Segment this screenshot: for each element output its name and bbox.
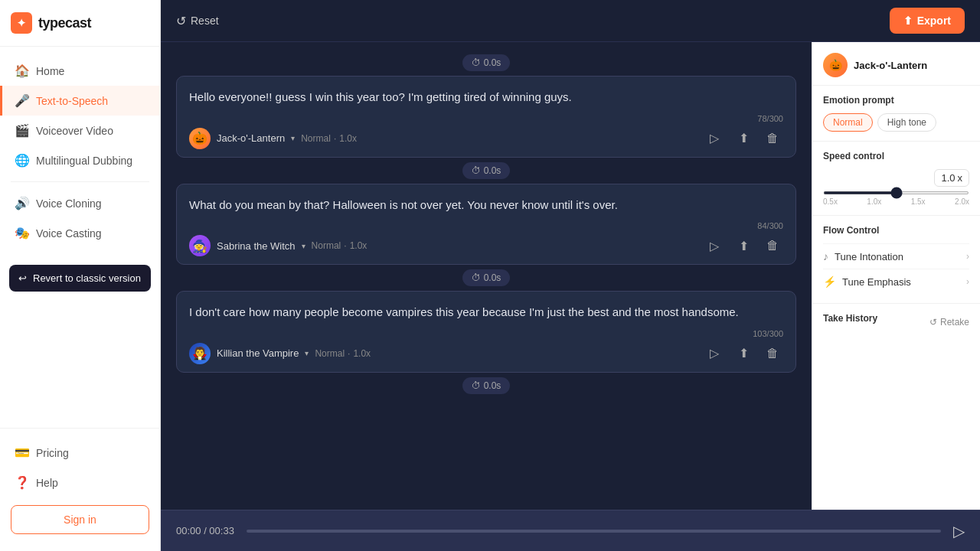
rp-avatar: 🎃 — [823, 53, 848, 77]
sidebar-item-voice-cloning[interactable]: 🔊 Voice Cloning — [0, 188, 160, 218]
voice-speed-2: Normal · 1.0x — [312, 240, 368, 251]
sidebar-item-pricing-label: Pricing — [36, 447, 69, 459]
sidebar-item-dubbing[interactable]: 🌐 Multilingual Dubbing — [0, 145, 160, 175]
revert-classic-button[interactable]: ↩ Revert to classic version — [9, 265, 151, 292]
sidebar-item-voiceover[interactable]: 🎬 Voiceover Video — [0, 116, 160, 145]
player-play-button[interactable]: ▷ — [953, 522, 965, 540]
voice-casting-icon: 🎭 — [15, 226, 28, 240]
player-progress-bar[interactable] — [247, 530, 941, 533]
avatar-1: 🎃 — [189, 128, 211, 149]
char-count-3: 103/300 — [189, 329, 783, 338]
export-label: Export — [917, 15, 951, 27]
dubbing-icon: 🌐 — [15, 153, 28, 168]
revert-label: Revert to classic version — [33, 272, 141, 284]
timing-pill-4[interactable]: ⏱ 0.0s — [462, 377, 511, 394]
home-icon: 🏠 — [15, 64, 28, 78]
script-text-2[interactable]: What do you mean by that? Halloween is n… — [189, 197, 783, 214]
sidebar-item-home-label: Home — [36, 65, 64, 77]
voice-name-3[interactable]: Killian the Vampire — [217, 347, 299, 359]
flow-control-section: Flow Control ♪ Tune Intonation › ⚡ Tune … — [812, 216, 980, 304]
flow-control-label: Flow Control — [823, 225, 969, 236]
player-time: 00:00 / 00:33 — [176, 525, 234, 536]
sidebar-item-voiceover-label: Voiceover Video — [36, 125, 113, 137]
rp-character-name: Jack-o'-Lantern — [854, 60, 927, 71]
timing-value-4: 0.0s — [484, 380, 501, 391]
speed-mid1-label: 1.0x — [867, 197, 881, 206]
play-button-2[interactable]: ▷ — [704, 235, 725, 256]
pricing-icon: 💳 — [15, 445, 28, 460]
script-text-3[interactable]: I don't care how many people become vamp… — [189, 304, 783, 321]
speed-slider[interactable] — [823, 191, 969, 194]
emotion-prompt-label: Emotion prompt — [823, 95, 969, 106]
reset-button[interactable]: ↺ Reset — [176, 14, 219, 28]
voice-info-3: 🧛 Killian the Vampire ▾ Normal · 1.0x — [189, 343, 371, 364]
tune-emphasis-label: Tune Emphasis — [842, 276, 911, 288]
clock-icon-4: ⏱ — [472, 380, 481, 391]
speed-labels: 0.5x 1.0x 1.5x 2.0x — [823, 197, 969, 206]
clock-icon-1: ⏱ — [472, 57, 481, 68]
topbar: ↺ Reset ⬆ Export — [161, 0, 980, 42]
tune-emphasis-item[interactable]: ⚡ Tune Emphasis › — [823, 269, 969, 294]
main-area: ↺ Reset ⬆ Export ⏱ 0.0s Hello everyone!!… — [161, 0, 980, 551]
speed-value-box: 1.0 x — [934, 169, 969, 187]
sidebar-item-tts[interactable]: 🎤 Text-to-Speech — [0, 86, 160, 116]
voice-name-1[interactable]: Jack-o'-Lantern — [217, 132, 285, 144]
sidebar: ✦ typecast 🏠 Home 🎤 Text-to-Speech 🎬 Voi… — [0, 0, 161, 551]
voice-dropdown-3[interactable]: ▾ — [305, 349, 309, 357]
voice-name-2[interactable]: Sabrina the Witch — [217, 240, 296, 252]
player-bar: 00:00 / 00:33 ▷ — [161, 510, 980, 551]
play-button-1[interactable]: ▷ — [704, 128, 725, 149]
avatar-2: 🧙 — [189, 235, 211, 256]
sign-in-button[interactable]: Sign in — [11, 505, 149, 534]
tune-intonation-chevron: › — [966, 251, 969, 262]
timing-badge-1: ⏱ 0.0s — [176, 50, 796, 76]
delete-button-2[interactable]: 🗑 — [762, 235, 783, 256]
speed-value-row: 1.0 x — [823, 169, 969, 187]
voice-speed-1: Normal · 1.0x — [301, 133, 357, 144]
emotion-high-tone-pill[interactable]: High tone — [877, 113, 936, 132]
timing-pill-1[interactable]: ⏱ 0.0s — [462, 54, 511, 71]
logo-icon: ✦ — [11, 12, 32, 34]
tune-intonation-item[interactable]: ♪ Tune Intonation › — [823, 243, 969, 269]
tts-icon: 🎤 — [15, 93, 28, 108]
speed-max-label: 2.0x — [955, 197, 969, 206]
sidebar-item-pricing[interactable]: 💳 Pricing — [0, 438, 160, 468]
clock-icon-3: ⏱ — [472, 272, 481, 283]
delete-button-3[interactable]: 🗑 — [762, 343, 783, 364]
voice-info-1: 🎃 Jack-o'-Lantern ▾ Normal · 1.0x — [189, 128, 357, 149]
right-panel: 🎃 Jack-o'-Lantern Emotion prompt Normal … — [812, 42, 980, 510]
emotion-normal-pill[interactable]: Normal — [823, 113, 873, 132]
emotion-pills: Normal High tone — [823, 113, 969, 132]
voice-dropdown-1[interactable]: ▾ — [291, 134, 295, 142]
speed-value: 1.0 — [941, 172, 955, 184]
sidebar-bottom: 💳 Pricing ❓ Help Sign in — [0, 428, 160, 551]
script-area: ⏱ 0.0s Hello everyone!! guess I win this… — [161, 42, 812, 510]
reset-icon: ↺ — [176, 14, 186, 28]
delete-button-1[interactable]: 🗑 — [762, 128, 783, 149]
voice-dropdown-2[interactable]: ▾ — [302, 242, 305, 250]
take-history-label: Take History — [823, 313, 877, 324]
export-button[interactable]: ⬆ Export — [890, 8, 965, 34]
timing-value-3: 0.0s — [484, 272, 501, 283]
logo-area: ✦ typecast — [0, 0, 160, 47]
tune-intonation-left: ♪ Tune Intonation — [823, 250, 903, 262]
retake-button[interactable]: ↺ Retake — [929, 317, 969, 328]
timing-pill-3[interactable]: ⏱ 0.0s — [462, 269, 511, 286]
card-actions-1: ▷ ⬆ 🗑 — [704, 128, 783, 149]
timing-badge-2: ⏱ 0.0s — [176, 158, 796, 184]
sidebar-item-help[interactable]: ❓ Help — [0, 468, 160, 497]
retake-icon: ↺ — [929, 317, 937, 328]
sidebar-item-voice-casting[interactable]: 🎭 Voice Casting — [0, 218, 160, 248]
sidebar-item-home[interactable]: 🏠 Home — [0, 56, 160, 86]
timing-badge-4: ⏱ 0.0s — [176, 373, 796, 399]
share-button-2[interactable]: ⬆ — [733, 235, 754, 256]
share-button-3[interactable]: ⬆ — [733, 343, 754, 364]
speed-mid2-label: 1.5x — [911, 197, 926, 206]
take-history-header: Take History ↺ Retake — [823, 313, 969, 331]
tune-emphasis-icon: ⚡ — [823, 276, 836, 288]
play-button-3[interactable]: ▷ — [704, 343, 725, 364]
timing-pill-2[interactable]: ⏱ 0.0s — [462, 162, 511, 179]
share-button-1[interactable]: ⬆ — [733, 128, 754, 149]
char-count-1: 78/300 — [189, 114, 783, 123]
script-text-1[interactable]: Hello everyone!! guess I win this year t… — [189, 89, 783, 106]
